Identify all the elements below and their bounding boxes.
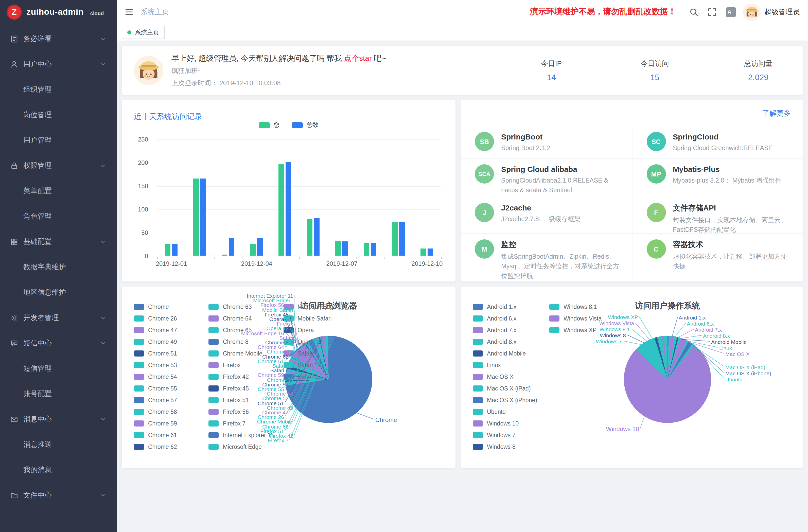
browser-legend-item[interactable]: Chrome 26 [134,312,204,324]
sidebar-item[interactable]: 开发者管理 [0,305,117,331]
browser-legend-item[interactable]: Chrome 53 [134,359,204,371]
bar-总数-2019-12-10[interactable] [427,249,433,256]
sidebar-subitem[interactable]: 我的消息 [0,457,117,483]
os-legend-item[interactable]: Mac OS X [473,371,544,382]
sidebar-item[interactable]: 用户中心 [0,52,117,77]
font-size-icon[interactable]: A⁺ [726,7,736,17]
os-legend-item[interactable]: Android 1.x [473,301,544,312]
bar-您-2019-12-08[interactable] [364,243,369,256]
bar-总数-2019-12-09[interactable] [399,222,405,256]
browser-legend-item[interactable]: Safari 9 [283,371,353,382]
bar-您-2019-12-07[interactable] [335,241,341,256]
browser-legend-item[interactable]: Chrome 49 [134,336,204,347]
browser-legend-item[interactable]: Chrome 57 [134,394,204,406]
menu-collapse-icon[interactable] [117,7,141,16]
feature-item[interactable]: MPMybatis-PlusMybatis-plus 3.2.0： Mybati… [632,158,803,197]
breadcrumb[interactable]: 系统主页 [141,7,169,17]
os-legend-item[interactable]: Windows 8 [473,441,544,452]
os-legend-item[interactable]: Android 7.x [473,324,544,336]
browser-legend-item[interactable]: Chrome 61 [134,429,204,441]
app-logo[interactable]: Z zuihou-admin cloud [0,0,117,24]
bar-总数-2019-12-05[interactable] [286,162,291,256]
sidebar-subitem[interactable]: 组织管理 [0,77,117,103]
browser-legend-item[interactable]: Chrome 58 [134,406,204,417]
visit-bar-plot[interactable]: 2019-12-012019-12-042019-12-072019-12-10 [157,140,441,256]
browser-legend-item[interactable]: Chrome 55 [134,382,204,394]
chevron-down-icon [100,341,106,346]
browser-legend-item[interactable]: Safari [283,347,353,359]
feature-item[interactable]: SCASpring Cloud alibabaSpringCloudAlibab… [461,158,632,197]
tab-系统主页[interactable]: 系统主页 [122,26,165,39]
sidebar-item[interactable]: 务必详看 [0,26,117,52]
bar-您-2019-12-02[interactable] [193,179,199,256]
bar-总数-2019-12-06[interactable] [314,218,319,256]
feature-item[interactable]: F文件存储API封装文件接口，实现本地存储、阿里云、FastDFS存储的配置化 [632,197,803,233]
feature-text: Mybatis-PlusMybatis-plus 3.2.0： Mybatis … [673,164,782,186]
browser-legend-item[interactable]: Safari 11 [283,359,353,371]
search-icon[interactable] [689,7,698,17]
sidebar-item-label: 基础配置 [23,237,100,246]
sidebar-subitem[interactable]: 菜单配置 [0,179,117,204]
bar-您-2019-12-06[interactable] [307,219,312,256]
os-legend-item[interactable]: Android 8.x [473,336,544,347]
fullscreen-icon[interactable] [708,7,717,17]
bar-您-2019-12-04[interactable] [250,244,256,256]
bar-您-2019-12-03[interactable] [222,255,227,256]
feature-item[interactable]: SBSpringBootSpring Boot 2.1.2 [461,126,632,158]
sidebar-subitem[interactable]: 用户管理 [0,128,117,153]
bar-总数-2019-12-07[interactable] [342,242,348,256]
bar-总数-2019-12-03[interactable] [229,238,234,256]
sidebar-item[interactable]: 消息中心 [0,407,117,432]
browser-legend-item[interactable]: Mobile Safari [283,312,353,324]
feature-item[interactable]: JJ2cacheJ2cache2.7.8: 二级缓存框架 [461,197,632,233]
sidebar-subitem[interactable]: 岗位管理 [0,103,117,128]
bar-您-2019-12-05[interactable] [278,164,284,256]
sidebar-subitem[interactable]: 账号配置 [0,381,117,407]
os-legend-item[interactable]: Android Mobile [473,347,544,359]
user-avatar[interactable] [743,3,760,20]
sidebar-item[interactable]: 基础配置 [0,229,117,255]
sidebar-subitem[interactable]: 短信管理 [0,356,117,381]
bar-您-2019-12-01[interactable] [165,244,170,256]
os-legend-item[interactable]: Windows 7 [473,429,544,441]
sidebar-item[interactable]: 文件中心 [0,483,117,508]
browser-legend-item[interactable]: Chrome 51 [134,347,204,359]
os-legend-item[interactable]: Windows 10 [473,417,544,429]
star-link[interactable]: 点个star [344,54,372,62]
browser-legend-item[interactable]: Chrome 54 [134,371,204,382]
sidebar-subitem[interactable]: 角色管理 [0,204,117,229]
legend-item[interactable]: 您 [259,121,279,129]
browser-legend-item[interactable]: Opera 12 [283,336,353,347]
user-menu[interactable]: 超级管理员 [743,3,808,20]
os-legend-item[interactable]: Mac OS X (iPhone) [473,394,544,406]
legend-label: Safari [297,350,313,356]
bar-您-2019-12-10[interactable] [421,249,426,256]
browser-legend-item[interactable]: Chrome 62 [134,441,204,452]
browser-legend-item[interactable]: Chrome [134,301,204,312]
feature-item[interactable]: SCSpringCloudSpring Cloud Greenwich.RELE… [632,126,803,158]
os-legend-item[interactable]: Linux [473,359,544,371]
bar-总数-2019-12-02[interactable] [200,179,206,256]
bar-您-2019-12-09[interactable] [392,222,398,256]
learn-more-link[interactable]: 了解更多 [763,109,791,118]
feature-item[interactable]: M监控集成SpringBootAdmin、Zipkin、Redis、Mysql、… [461,233,632,281]
feature-item[interactable]: C容器技术虚拟化容器技术，让迁移、部署更加方便快捷 [632,233,803,281]
sidebar-subitem[interactable]: 消息推送 [0,432,117,457]
sidebar-item[interactable]: 短信中心 [0,331,117,356]
os-pie-chart[interactable] [624,336,711,423]
browser-legend-item[interactable]: Microsoft Edge 16 [283,301,353,312]
sidebar-subitem[interactable]: 数据字典维护 [0,255,117,280]
os-legend-item[interactable]: Ubuntu [473,406,544,417]
bar-总数-2019-12-08[interactable] [371,243,377,256]
os-legend-item[interactable]: Mac OS X (iPad) [473,382,544,394]
bar-总数-2019-12-01[interactable] [172,244,178,256]
browser-legend-item[interactable]: Opera [283,324,353,336]
browser-legend-item[interactable]: Chrome 47 [134,324,204,336]
os-legend-item[interactable]: Android 6.x [473,312,544,324]
os-legend-item[interactable]: Windows 8.1 [549,301,621,312]
browser-legend-item[interactable]: Chrome 59 [134,417,204,429]
sidebar-item[interactable]: 权限管理 [0,153,117,179]
bar-总数-2019-12-04[interactable] [257,238,263,256]
legend-item[interactable]: 总数 [292,121,318,129]
sidebar-subitem[interactable]: 地区信息维护 [0,280,117,305]
